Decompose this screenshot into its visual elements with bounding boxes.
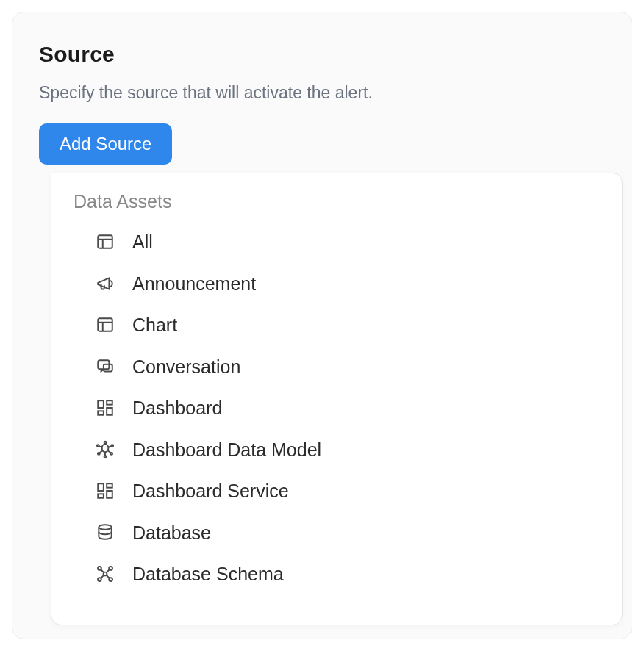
svg-point-14 xyxy=(104,456,107,458)
dropdown-item-label: Dashboard Data Model xyxy=(132,438,600,462)
chat-icon xyxy=(94,356,116,378)
svg-rect-25 xyxy=(98,484,104,492)
megaphone-icon xyxy=(94,273,116,295)
dropdown-item-label: Announcement xyxy=(132,272,600,296)
dropdown-item-label: Chart xyxy=(132,313,600,337)
svg-rect-8 xyxy=(98,401,104,409)
dropdown-item-database-schema[interactable]: Database Schema xyxy=(51,553,622,595)
dropdown-item-label: Conversation xyxy=(132,355,600,379)
svg-rect-27 xyxy=(107,491,112,498)
dashboard-icon xyxy=(94,397,116,419)
svg-rect-7 xyxy=(104,364,112,372)
svg-rect-9 xyxy=(107,401,112,405)
database-icon xyxy=(94,522,116,544)
dropdown-item-all[interactable]: All xyxy=(51,221,622,263)
svg-line-21 xyxy=(99,446,101,447)
svg-rect-11 xyxy=(98,411,104,415)
svg-point-18 xyxy=(110,453,112,455)
dropdown-item-dashboard[interactable]: Dashboard xyxy=(51,387,622,429)
table-icon xyxy=(94,231,116,253)
dropdown-item-conversation[interactable]: Conversation xyxy=(51,346,622,388)
dropdown-item-label: Dashboard xyxy=(132,396,600,420)
svg-line-38 xyxy=(107,575,110,578)
source-panel: Source Specify the source that will acti… xyxy=(12,12,632,639)
svg-point-29 xyxy=(99,525,111,530)
svg-line-35 xyxy=(101,569,104,572)
svg-line-22 xyxy=(108,446,111,447)
dashboard-icon xyxy=(94,480,116,502)
svg-point-17 xyxy=(98,453,100,455)
model-icon xyxy=(94,439,116,461)
dropdown-item-chart[interactable]: Chart xyxy=(51,304,622,346)
svg-point-13 xyxy=(104,442,107,444)
panel-subtitle: Specify the source that will activate th… xyxy=(39,83,605,103)
dropdown-item-label: All xyxy=(132,230,600,254)
svg-rect-10 xyxy=(107,408,112,415)
dropdown-item-label: Database Schema xyxy=(132,562,600,586)
dropdown-item-dashboard-service[interactable]: Dashboard Service xyxy=(51,470,622,512)
add-source-button[interactable]: Add Source xyxy=(39,123,172,165)
dropdown-item-database[interactable]: Database xyxy=(51,512,622,554)
dropdown-section-title: Data Assets xyxy=(51,185,622,221)
table-icon xyxy=(94,314,116,336)
svg-line-37 xyxy=(101,575,104,578)
dropdown-item-label: Database xyxy=(132,521,600,545)
dropdown-item-label: Dashboard Service xyxy=(132,479,600,503)
dropdown-item-announcement[interactable]: Announcement xyxy=(51,263,622,305)
panel-title: Source xyxy=(39,42,605,67)
dropdown-list: All Announcement Chart xyxy=(51,221,622,595)
source-dropdown[interactable]: Data Assets All Announcement xyxy=(51,173,623,625)
svg-line-23 xyxy=(99,450,102,453)
svg-rect-3 xyxy=(98,319,112,331)
schema-icon xyxy=(94,563,116,585)
svg-line-36 xyxy=(107,569,110,572)
svg-rect-28 xyxy=(98,494,104,498)
svg-line-24 xyxy=(107,450,110,453)
svg-rect-26 xyxy=(107,484,112,488)
svg-rect-0 xyxy=(98,236,112,248)
dropdown-item-dashboard-data-model[interactable]: Dashboard Data Model xyxy=(51,429,622,471)
